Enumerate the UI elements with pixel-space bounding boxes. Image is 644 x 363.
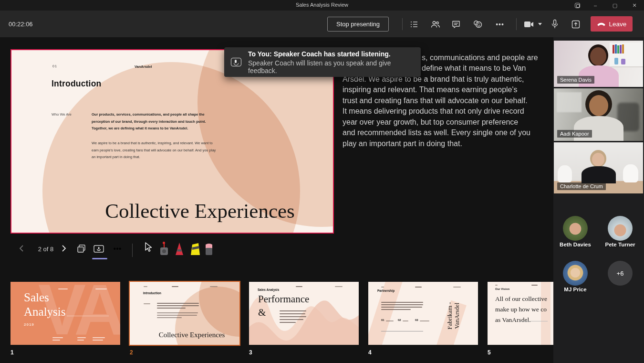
notes-line: and recommended lists as well. Every sin…	[343, 128, 530, 137]
thumb5-line: make up how we co	[495, 306, 547, 313]
meeting-notes-icon[interactable]	[408, 18, 420, 30]
private-view-icon[interactable]	[74, 243, 89, 255]
slide-number-2: 2	[130, 349, 133, 356]
avatar-name: Pete Turner	[594, 242, 644, 247]
slide-number-1: 1	[10, 349, 14, 356]
notes-line: s, communications and people are	[422, 53, 538, 62]
divider	[132, 244, 133, 257]
more-options-icon[interactable]: •••	[494, 18, 506, 30]
camera-options-chevron-icon[interactable]	[536, 18, 544, 30]
slide-thumbnail-3[interactable]: Sales Analysis Performance &	[249, 282, 359, 345]
slide-body-bold: Our products, services, communications, …	[92, 111, 219, 132]
window-title: Sales Analysis Review	[0, 2, 644, 8]
meeting-timer: 00:22:06	[9, 21, 33, 28]
notes-line: play an important part in doing that.	[343, 139, 462, 148]
slide-thumbnail-2-selected[interactable]: Introduction Collective Experiences	[130, 282, 239, 345]
thumb4-step-2: 02	[398, 319, 401, 321]
speaker-coach-icon	[231, 58, 241, 66]
slide-side-label: Who We Are	[52, 112, 72, 117]
minimize-icon[interactable]: –	[591, 1, 600, 9]
overflow-participants-badge[interactable]: +6	[608, 261, 633, 286]
window-decoration	[557, 92, 582, 112]
thumb1-title: Sales Analysis	[24, 290, 66, 319]
window-titlebar: Sales Analysis Review – ▢ ✕	[0, 0, 644, 11]
slide-thumbnail-5[interactable]: Our Vision All of our collective make up…	[488, 282, 553, 345]
microphone-icon[interactable]	[549, 18, 561, 30]
pen-icon[interactable]	[174, 242, 185, 256]
speaker-coach-toggle-icon[interactable]	[92, 243, 106, 255]
divider	[516, 18, 517, 30]
avatar-name: MJ Price	[549, 287, 602, 292]
chair-decoration	[623, 164, 638, 182]
participants-panel: Serena Davis Aadi Kapoor Charlotte de Cr…	[553, 37, 644, 363]
share-screen-icon[interactable]	[570, 18, 582, 30]
slide-title: Collective Experiences	[66, 199, 333, 223]
teams-meeting-window: Sales Analysis Review – ▢ ✕ 00:22:06 Sto…	[0, 0, 644, 363]
maximize-icon[interactable]: ▢	[611, 1, 619, 9]
presenter-toolbar: 2 of 8 •••	[0, 241, 334, 260]
slide-filmstrip: VA Sales Analysis 2019 1 Introduction	[0, 279, 553, 363]
select-cursor-icon[interactable]	[143, 242, 155, 256]
thumb5-line: All of our collective	[495, 295, 547, 303]
notes-line: year over year growth, but top consumer …	[343, 118, 518, 127]
slide-heading: Introduction	[52, 79, 101, 89]
hang-up-icon	[597, 21, 606, 26]
avatar-mj-price[interactable]	[563, 261, 588, 286]
divider	[402, 18, 403, 30]
avatar-pete-turner[interactable]	[608, 216, 633, 241]
eraser-icon[interactable]	[204, 242, 216, 256]
slide-page-number: 01	[52, 64, 57, 68]
slide-thumbnail-1[interactable]: VA Sales Analysis 2019	[10, 282, 120, 345]
video-tile-serena-davis[interactable]: Serena Davis	[554, 41, 643, 87]
toast-subtitle: Speaker Coach will listen as you speak a…	[248, 59, 414, 75]
previous-slide-icon[interactable]	[18, 244, 26, 253]
stop-presenting-button[interactable]: Stop presenting	[327, 17, 389, 32]
toolbar-more-icon[interactable]: •••	[110, 243, 125, 255]
avatar-beth-davies[interactable]	[563, 216, 588, 241]
popout-icon[interactable]	[573, 1, 582, 9]
video-tile-charlotte-de-crum[interactable]: Charlotte de Crum	[554, 142, 643, 193]
thumb3-ampersand: &	[258, 307, 266, 319]
camera-icon[interactable]	[521, 18, 537, 30]
leave-label: Leave	[609, 21, 627, 28]
next-slide-icon[interactable]	[59, 244, 68, 253]
thumb3-title: Performance	[258, 293, 309, 305]
thumb4-heading: Partnership	[377, 289, 395, 292]
chat-icon[interactable]	[450, 18, 462, 30]
participants-icon[interactable]	[429, 18, 441, 30]
chair-decoration	[558, 165, 572, 182]
thumb5-line: as VanArsdel.	[495, 316, 531, 324]
notes-line: It means delivering products that not on…	[343, 107, 524, 116]
participant-name-label: Aadi Kapoor	[557, 130, 592, 138]
close-icon[interactable]: ✕	[630, 1, 639, 9]
thumb4-vertical-text: Fabrikam - VanArsdel	[446, 282, 460, 345]
meeting-control-bar: 00:22:06 Stop presenting ••• Leave	[0, 11, 644, 37]
laser-pointer-icon[interactable]	[158, 242, 170, 256]
reactions-icon[interactable]	[472, 18, 484, 30]
thumb1-year: 2019	[24, 322, 34, 327]
slide-number-5: 5	[488, 349, 491, 356]
participant-name-label: Serena Davis	[557, 76, 594, 84]
slide-position-indicator: 2 of 8	[31, 246, 61, 253]
highlighter-icon[interactable]	[189, 242, 200, 256]
slide-thumbnail-4[interactable]: Partnership 01 02 03 Fabrikam - VanArsde…	[368, 282, 478, 345]
thumb2-title: Collective Experiences	[144, 331, 239, 339]
thumb2-heading: Introduction	[143, 291, 161, 295]
speaker-coach-toast[interactable]: To You: Speaker Coach has started listen…	[224, 47, 421, 77]
thumb3-header: Sales Analysis	[258, 288, 279, 291]
thumb4-step-1: 01	[381, 319, 384, 321]
participant-name-label: Charlotte de Crum	[557, 182, 606, 190]
thumb5-heading: Our Vision	[495, 288, 509, 290]
slide-number-4: 4	[368, 349, 372, 356]
notes-line: trust and creating fans that will advoca…	[343, 96, 528, 105]
leave-button[interactable]: Leave	[591, 16, 633, 32]
toast-title: To You: Speaker Coach has started listen…	[248, 50, 414, 58]
thumb4-step-3: 03	[415, 319, 418, 321]
bookshelf-decoration	[610, 43, 643, 67]
slide-number-3: 3	[249, 349, 252, 356]
speaker-coach-active-indicator	[92, 258, 107, 259]
slide-body-regular: We aspire to be a brand that is authenti…	[92, 140, 219, 161]
notes-line: define what it means to be Van	[422, 64, 526, 73]
slide-brand-logo: VanArsdel	[135, 64, 152, 69]
video-tile-aadi-kapoor[interactable]: Aadi Kapoor	[554, 88, 643, 141]
